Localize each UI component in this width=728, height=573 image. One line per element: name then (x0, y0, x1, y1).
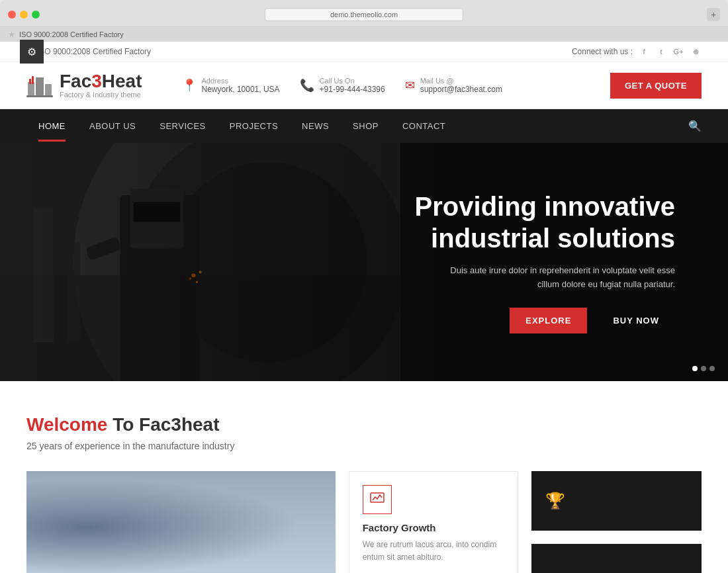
feature-cards: Factory Growth We are rutrum lacus arcu,… (349, 471, 519, 573)
nav-item-home[interactable]: HOME (26, 110, 77, 142)
top-bar-right: Connect with us : f t G+ ⊕ (572, 46, 702, 58)
phone-label: Call Us On (320, 77, 385, 85)
get-quote-button[interactable]: GET A QUOTE (610, 73, 702, 99)
address-info: 📍 Address Newyork, 10001, USA (182, 77, 280, 94)
logo-subtitle: Factory & Industry theme (60, 91, 142, 99)
site-header: Fac3Heat Factory & Industry theme 📍 Addr… (0, 62, 728, 109)
welcome-subtitle: 25 years of experience in the manufactur… (26, 441, 702, 451)
svg-rect-30 (50, 471, 57, 495)
buy-now-button[interactable]: BUY NOW (597, 308, 675, 333)
nav-item-contact[interactable]: CONTACT (390, 110, 457, 142)
svg-rect-2 (45, 84, 52, 95)
connect-text: Connect with us : (572, 47, 633, 56)
phone-info: 📞 Call Us On +91-99-444-43396 (300, 77, 385, 94)
svg-rect-24 (45, 485, 83, 573)
website-content: ☆ ISO 9000:2008 Certified Factory Connec… (0, 42, 728, 573)
top-bar-left: ☆ ISO 9000:2008 Certified Factory (26, 47, 151, 56)
cloud-icon: ☁ (545, 564, 561, 573)
hero-title: Providing innovative industrial solution… (415, 191, 675, 254)
welcome-grid: Praesent dolor tortor, tempus in aliquam… (26, 471, 702, 573)
svg-rect-21 (26, 471, 336, 573)
nav-item-shop[interactable]: SHOP (341, 110, 390, 142)
close-button[interactable] (8, 11, 16, 19)
hero-content: Providing innovative industrial solution… (415, 191, 728, 334)
search-button[interactable]: 🔍 (688, 109, 702, 143)
svg-rect-29 (293, 500, 336, 573)
minimize-button[interactable] (20, 11, 28, 19)
welcome-image (26, 471, 336, 573)
svg-rect-28 (228, 471, 284, 573)
bottom-card-dark-2: ☁ (531, 544, 702, 573)
svg-rect-22 (26, 523, 336, 573)
bookmarks-bar: ★ ISO 9000:2008 Certified Factory (0, 26, 728, 42)
top-bar: ☆ ISO 9000:2008 Certified Factory Connec… (0, 42, 728, 62)
factory-growth-icon (363, 485, 392, 514)
svg-rect-25 (92, 504, 120, 573)
address-label: Address (202, 77, 280, 85)
svg-rect-1 (36, 77, 44, 95)
bottom-cards-area: 🏆 ☁ (531, 471, 702, 573)
logo[interactable]: Fac3Heat Factory & Industry theme (26, 72, 142, 99)
bottom-card-dark-1: 🏆 (531, 471, 702, 531)
url-bar[interactable]: demo.themeolio.com (265, 8, 463, 21)
hero-description: Duis aute irure dolor in reprehenderit i… (443, 264, 675, 292)
svg-rect-38 (167, 564, 223, 573)
nav-item-services[interactable]: SERVICES (148, 110, 218, 142)
svg-rect-3 (26, 95, 53, 97)
browser-titlebar: demo.themeolio.com + (0, 5, 728, 26)
certified-text: ISO 9000:2008 Certified Factory (37, 47, 151, 56)
googleplus-icon[interactable]: G+ (672, 46, 684, 58)
svg-rect-5 (32, 76, 34, 84)
welcome-rest: To Fac3heat (113, 414, 219, 435)
phone-icon: 📞 (300, 78, 314, 93)
twitter-icon[interactable]: t (655, 46, 667, 58)
hero-dots (692, 366, 715, 371)
svg-rect-27 (185, 495, 218, 573)
svg-rect-4 (29, 79, 31, 84)
welcome-highlight: Welcome (26, 414, 107, 435)
svg-rect-31 (64, 471, 71, 495)
more-icon[interactable]: ⊕ (690, 46, 702, 58)
nav-item-about[interactable]: ABOUT US (77, 110, 148, 142)
gear-icon: ⚙ (27, 46, 36, 58)
explore-button[interactable]: EXPLORE (510, 308, 587, 333)
svg-rect-0 (28, 82, 34, 95)
logo-number: 3 (91, 71, 102, 91)
location-icon: 📍 (182, 78, 197, 93)
factory-growth-text: We are rutrum lacus arcu, into condim en… (363, 539, 505, 564)
hero-section: Providing innovative industrial solution… (0, 143, 728, 381)
bookmark-label[interactable]: ISO 9000:2008 Certified Factory (19, 30, 124, 38)
facebook-icon[interactable]: f (638, 46, 650, 58)
logo-brand: Fac3Heat (60, 72, 142, 91)
phone-value: +91-99-444-43396 (320, 85, 385, 94)
factory-growth-title: Factory Growth (363, 522, 505, 533)
browser-window: demo.themeolio.com + ★ ISO 9000:2008 Cer… (0, 0, 728, 42)
bookmark-star-icon: ★ (8, 30, 15, 39)
email-value: support@fac3heat.com (420, 85, 502, 94)
welcome-section: Welcome To Fac3heat 25 years of experien… (0, 381, 728, 573)
hero-dot-2[interactable] (701, 366, 706, 371)
hero-dot-1[interactable] (692, 366, 698, 371)
logo-icon (26, 72, 53, 99)
welcome-left: Praesent dolor tortor, tempus in aliquam… (26, 471, 336, 573)
header-info: 📍 Address Newyork, 10001, USA 📞 Call Us … (182, 77, 584, 94)
settings-button[interactable]: ⚙ (20, 40, 44, 64)
email-label: Mail Us @ (420, 77, 502, 85)
nav-item-projects[interactable]: PROJECTS (218, 110, 290, 142)
email-info: ✉ Mail Us @ support@fac3heat.com (405, 77, 502, 94)
svg-rect-32 (134, 471, 142, 485)
svg-rect-26 (130, 476, 177, 573)
email-icon: ✉ (405, 78, 415, 93)
welcome-title: Welcome To Fac3heat (26, 414, 702, 435)
svg-point-37 (171, 529, 186, 545)
nav-item-news[interactable]: NEWS (290, 110, 341, 142)
svg-rect-36 (171, 541, 185, 573)
hero-buttons: EXPLORE BUY NOW (415, 308, 675, 333)
email-group: Mail Us @ support@fac3heat.com (420, 77, 502, 94)
maximize-button[interactable] (32, 11, 40, 19)
address-value: Newyork, 10001, USA (202, 85, 280, 94)
browser-dots (8, 11, 40, 19)
hero-dot-3[interactable] (709, 366, 715, 371)
new-tab-button[interactable]: + (707, 8, 720, 21)
svg-rect-23 (26, 471, 336, 523)
